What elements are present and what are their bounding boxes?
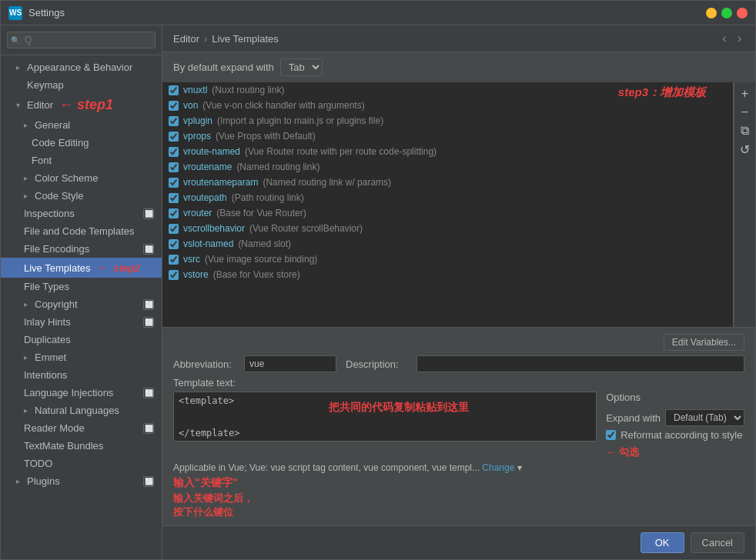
- sidebar-item-language-injections[interactable]: Language Injections ⬜: [1, 384, 162, 402]
- template-checkbox[interactable]: [169, 101, 179, 111]
- sidebar-item-font[interactable]: Font: [1, 152, 162, 169]
- sidebar-item-label: Live Templates: [24, 262, 90, 274]
- sidebar-item-label: Intentions: [24, 369, 67, 381]
- sidebar-item-copyright[interactable]: Copyright ⬜: [1, 295, 162, 313]
- template-checkbox[interactable]: [169, 85, 179, 95]
- step1-label: ← step1: [59, 97, 113, 113]
- template-checkbox[interactable]: [169, 178, 179, 188]
- sidebar-item-textmate-bundles[interactable]: TextMate Bundles: [1, 437, 162, 455]
- template-checkbox[interactable]: [169, 116, 179, 126]
- template-name: vsrc: [183, 254, 200, 265]
- expand-select[interactable]: Tab: [280, 58, 323, 76]
- sidebar-item-file-code-templates[interactable]: File and Code Templates: [1, 222, 162, 240]
- template-checkbox[interactable]: [169, 132, 179, 142]
- template-desc: (Nuxt routing link): [212, 85, 284, 95]
- sidebar-item-label: Color Scheme: [35, 172, 98, 184]
- template-desc: (Vue Router route with per route code-sp…: [245, 146, 437, 157]
- change-link[interactable]: Change: [482, 462, 514, 473]
- template-row[interactable]: vroute-named (Vue Router route with per …: [162, 144, 733, 159]
- sidebar-item-appearance[interactable]: Appearance & Behavior: [1, 58, 162, 76]
- template-name: vslot-named: [183, 238, 233, 249]
- sidebar-item-editor[interactable]: Editor ← step1: [1, 94, 162, 116]
- sidebar-item-label: Natural Languages: [35, 405, 119, 416]
- maximize-button[interactable]: [721, 8, 732, 18]
- sidebar-item-general[interactable]: General: [1, 116, 162, 134]
- template-desc: (Named routing link): [236, 162, 319, 172]
- badge-icon: ⬜: [143, 317, 154, 328]
- template-row[interactable]: vroutename (Named routing link): [162, 159, 733, 175]
- badge-icon: ⬜: [143, 208, 154, 219]
- edit-variables-button[interactable]: Edit Variables...: [664, 334, 744, 351]
- template-checkbox[interactable]: [169, 270, 179, 280]
- templates-list: vnuxtl (Nuxt routing link) von (Vue v-on…: [162, 82, 734, 327]
- undo-template-button[interactable]: ↺: [737, 141, 754, 158]
- minimize-button[interactable]: [706, 8, 717, 18]
- options-reformat-row: Reformat according to style: [606, 429, 744, 441]
- top-bar: By default expand with Tab: [162, 52, 755, 82]
- template-checkbox[interactable]: [169, 239, 179, 249]
- template-checkbox[interactable]: [169, 193, 179, 203]
- arrow-icon: [24, 300, 32, 308]
- template-checkbox[interactable]: [169, 255, 179, 265]
- sidebar-item-duplicates[interactable]: Duplicates: [1, 331, 162, 348]
- sidebar-item-keymap[interactable]: Keymap: [1, 76, 162, 94]
- template-checkbox[interactable]: [169, 162, 179, 172]
- template-row[interactable]: vslot-named (Named slot): [162, 236, 733, 252]
- template-name: vplugin: [183, 115, 212, 126]
- sidebar-item-plugins[interactable]: Plugins ⬜: [1, 472, 162, 490]
- ok-button[interactable]: OK: [641, 532, 684, 553]
- description-input[interactable]: [416, 355, 744, 372]
- sidebar-item-file-encodings[interactable]: File Encodings ⬜: [1, 240, 162, 258]
- sidebar-item-code-style[interactable]: Code Style: [1, 187, 162, 205]
- template-desc: (Named slot): [238, 238, 291, 249]
- template-row[interactable]: vroutepath (Path routing link): [162, 190, 733, 205]
- close-button[interactable]: [737, 8, 748, 18]
- template-checkbox[interactable]: [169, 208, 179, 218]
- sidebar-item-reader-mode[interactable]: Reader Mode ⬜: [1, 419, 162, 437]
- reformat-label: Reformat according to style: [621, 429, 742, 441]
- template-textarea[interactable]: <template> </template>: [173, 392, 597, 442]
- badge-icon: ⬜: [143, 244, 154, 255]
- sidebar-item-inlay-hints[interactable]: Inlay Hints ⬜: [1, 313, 162, 331]
- sidebar-item-file-types[interactable]: File Types: [1, 278, 162, 295]
- options-section: Options Expand with Default (Tab) Reform…: [606, 392, 744, 459]
- options-expand-row: Expand with Default (Tab): [606, 409, 744, 426]
- forward-button[interactable]: ›: [734, 32, 744, 45]
- sidebar-item-natural-languages[interactable]: Natural Languages: [1, 402, 162, 419]
- sidebar-item-todo[interactable]: TODO: [1, 455, 162, 472]
- template-checkbox[interactable]: [169, 147, 179, 157]
- template-row[interactable]: vrouter (Base for Vue Router): [162, 205, 733, 221]
- templates-list-wrapper: vnuxtl (Nuxt routing link) von (Vue v-on…: [162, 82, 734, 327]
- sidebar-item-live-templates[interactable]: Live Templates ← step2: [1, 258, 162, 278]
- expand-with-select[interactable]: Default (Tab): [665, 409, 744, 426]
- search-input[interactable]: [7, 32, 156, 48]
- sidebar-item-color-scheme[interactable]: Color Scheme: [1, 169, 162, 187]
- sidebar-item-code-editing[interactable]: Code Editing: [1, 134, 162, 152]
- template-name: vstore: [183, 269, 209, 280]
- template-row[interactable]: von (Vue v-on click handler with argumen…: [162, 98, 733, 113]
- sidebar-item-inspections[interactable]: Inspections ⬜: [1, 205, 162, 222]
- remove-template-button[interactable]: −: [737, 104, 754, 121]
- options-title: Options: [606, 392, 744, 403]
- template-row[interactable]: vnuxtl (Nuxt routing link): [162, 82, 733, 98]
- arrow-icon: [16, 477, 24, 485]
- copy-template-button[interactable]: ⧉: [737, 122, 754, 139]
- sidebar-item-intentions[interactable]: Intentions: [1, 366, 162, 384]
- template-row[interactable]: vplugin (Import a plugin to main.js or p…: [162, 113, 733, 128]
- reformat-checkbox[interactable]: [606, 430, 616, 440]
- sidebar-item-label: Reader Mode: [24, 422, 85, 434]
- add-template-button[interactable]: +: [737, 85, 754, 102]
- sidebar-item-emmet[interactable]: Emmet: [1, 348, 162, 366]
- template-row[interactable]: vscrollbehavior (Vue Router scrollBehavi…: [162, 221, 733, 236]
- arrow-icon: [24, 192, 32, 200]
- sidebar-item-label: Code Editing: [32, 137, 89, 148]
- back-button[interactable]: ‹: [719, 32, 729, 45]
- cancel-button[interactable]: Cancel: [691, 532, 744, 553]
- template-row[interactable]: vprops (Vue Props with Default): [162, 128, 733, 144]
- template-row[interactable]: vstore (Base for Vuex store): [162, 267, 733, 282]
- template-row[interactable]: vroutenameparam (Named routing link w/ p…: [162, 175, 733, 190]
- template-checkbox[interactable]: [169, 224, 179, 234]
- template-row[interactable]: vsrc (Vue image source binding): [162, 252, 733, 267]
- main-content: Appearance & Behavior Keymap Editor ← st…: [1, 25, 755, 559]
- abbreviation-input[interactable]: [244, 355, 336, 372]
